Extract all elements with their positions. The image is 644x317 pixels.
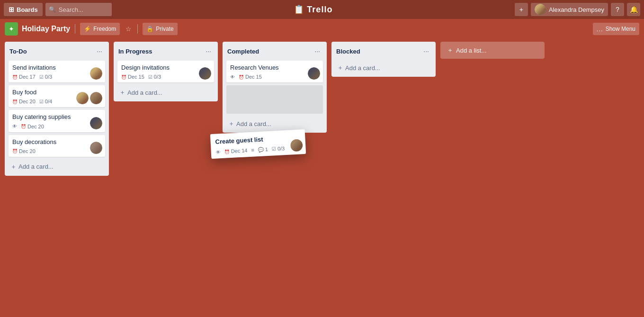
card-eye <box>12 124 17 129</box>
card-title: Buy decorations <box>12 138 101 146</box>
card-date: Dec 20 <box>12 99 36 104</box>
add-card-completed[interactable]: ＋ Add a card... <box>226 117 323 131</box>
lock-icon: 🔒 <box>146 26 153 32</box>
card-title: Research Venues <box>230 63 319 72</box>
add-icon: ＋ <box>10 163 17 171</box>
help-button[interactable]: ? <box>611 3 624 16</box>
card-buy-decorations[interactable]: Buy decorations Dec 20 <box>9 135 105 157</box>
card-avatars <box>199 67 211 80</box>
list-header-in-progress: In Progress ··· <box>117 45 214 58</box>
star-button[interactable]: ☆ <box>125 24 133 34</box>
add-icon: + <box>519 6 523 13</box>
check-icon <box>39 74 44 80</box>
card-date: Dec 17 <box>12 74 36 80</box>
visibility-label: Freedom <box>93 26 116 32</box>
card-avatars <box>90 117 102 129</box>
avatar-face <box>199 67 211 80</box>
user-menu-button[interactable]: Alexandra Dempsey <box>531 3 608 16</box>
visibility-icon: ⚡ <box>84 26 91 32</box>
add-list-button[interactable]: ＋ Add a list... <box>440 42 545 59</box>
dragging-card-avatars <box>290 139 303 152</box>
dragging-card-meta: Dec 14 1 0/3 <box>215 145 301 154</box>
board-logo: ✦ <box>5 22 18 36</box>
add-icon: ＋ <box>119 88 125 97</box>
add-card-label: Add a card... <box>127 89 162 96</box>
boards-label: Boards <box>17 6 38 13</box>
eye-icon <box>12 124 17 129</box>
card-avatars <box>76 92 102 104</box>
card-title: Design invitations <box>121 63 210 72</box>
notification-button[interactable]: 🔔 <box>627 3 640 16</box>
add-list-label: Add a list... <box>456 47 486 54</box>
add-card-in-progress[interactable]: ＋ Add a card... <box>117 85 214 100</box>
card-checklist: 0/4 <box>39 99 52 104</box>
card-comments: 1 <box>258 146 268 153</box>
trello-logo: 📋 Trello <box>294 4 332 15</box>
card-title: Buy catering supplies <box>12 113 101 121</box>
list-menu-button-todo[interactable]: ··· <box>95 46 104 56</box>
add-card-label: Add a card... <box>345 64 380 72</box>
list-menu-button-in-progress[interactable]: ··· <box>204 46 213 56</box>
nav-center: 📋 Trello <box>115 4 512 15</box>
add-card-label: Add a card... <box>236 120 271 127</box>
board-main: To-Do ··· Send invitations Dec 17 0/3 <box>0 39 644 179</box>
search-bar: 🔍 <box>45 3 112 16</box>
add-card-todo[interactable]: ＋ Add a card... <box>9 160 105 174</box>
card-research-venues[interactable]: Research Venues Dec 15 <box>226 61 323 82</box>
add-icon: ＋ <box>447 46 453 54</box>
avatar-face <box>290 139 303 152</box>
list-in-progress: In Progress ··· Design invitations Dec 1… <box>114 42 218 101</box>
trello-logo-text: Trello <box>307 5 332 15</box>
clock-icon <box>12 148 18 154</box>
header-separator <box>75 24 75 34</box>
boards-button[interactable]: ⊞ Boards <box>4 3 43 16</box>
avatar-face <box>90 92 102 104</box>
card-meta: Dec 20 <box>12 124 101 129</box>
bell-icon: 🔔 <box>630 6 638 13</box>
card-meta: Dec 17 0/3 <box>12 74 101 80</box>
header-separator-2 <box>137 24 138 34</box>
card-design-invitations[interactable]: Design invitations Dec 15 0/3 <box>117 61 214 82</box>
card-send-invitations[interactable]: Send invitations Dec 17 0/3 <box>9 61 105 82</box>
add-icon: ＋ <box>337 63 343 72</box>
eye-icon <box>230 74 235 80</box>
card-placeholder <box>226 85 323 114</box>
add-icon: ＋ <box>228 119 234 128</box>
card-dragging: Create guest list Dec 14 1 0/3 <box>210 129 306 159</box>
card-date: Dec 20 <box>21 124 44 129</box>
card-date: Dec 15 <box>121 74 144 80</box>
list-header-todo: To-Do ··· <box>9 45 105 58</box>
add-card-label: Add a card... <box>18 163 54 170</box>
comment-icon <box>258 147 264 153</box>
clock-icon <box>224 149 230 154</box>
add-button[interactable]: + <box>515 3 528 16</box>
top-nav: ⊞ Boards 🔍 📋 Trello + Alexandra Dempsey … <box>0 0 644 19</box>
list-menu-button-blocked[interactable]: ··· <box>421 46 431 56</box>
check-icon <box>148 74 152 80</box>
list-todo: To-Do ··· Send invitations Dec 17 0/3 <box>5 42 109 176</box>
board-logo-icon: ✦ <box>9 25 14 33</box>
avatar-face <box>308 67 320 80</box>
list-header-completed: Completed ··· <box>226 45 323 58</box>
avatar-face <box>90 142 102 154</box>
list-title-todo: To-Do <box>9 48 27 55</box>
list-title-blocked: Blocked <box>336 48 360 55</box>
board-title: Holiday Party <box>22 25 70 33</box>
board-title-area: ✦ Holiday Party <box>5 22 70 36</box>
card-avatar <box>90 142 102 154</box>
card-eye <box>230 74 235 80</box>
visibility-button[interactable]: ⚡ Freedom <box>80 23 120 35</box>
show-menu-button[interactable]: ... Show Menu <box>593 23 639 35</box>
card-avatar <box>90 117 102 129</box>
private-button[interactable]: 🔒 Private <box>143 23 177 35</box>
dragging-card-title: Create guest list <box>215 133 301 146</box>
card-buy-catering[interactable]: Buy catering supplies Dec 20 <box>9 110 105 132</box>
add-card-blocked[interactable]: ＋ Add a card... <box>335 61 432 75</box>
card-buy-food[interactable]: Buy food Dec 20 0/4 <box>9 85 105 107</box>
avatar-img <box>535 4 546 15</box>
card-checklist: 0/3 <box>272 145 285 152</box>
list-menu-button-completed[interactable]: ··· <box>313 46 322 56</box>
avatar <box>535 4 546 15</box>
show-menu-label: Show Menu <box>606 26 635 32</box>
help-icon: ? <box>616 6 619 13</box>
